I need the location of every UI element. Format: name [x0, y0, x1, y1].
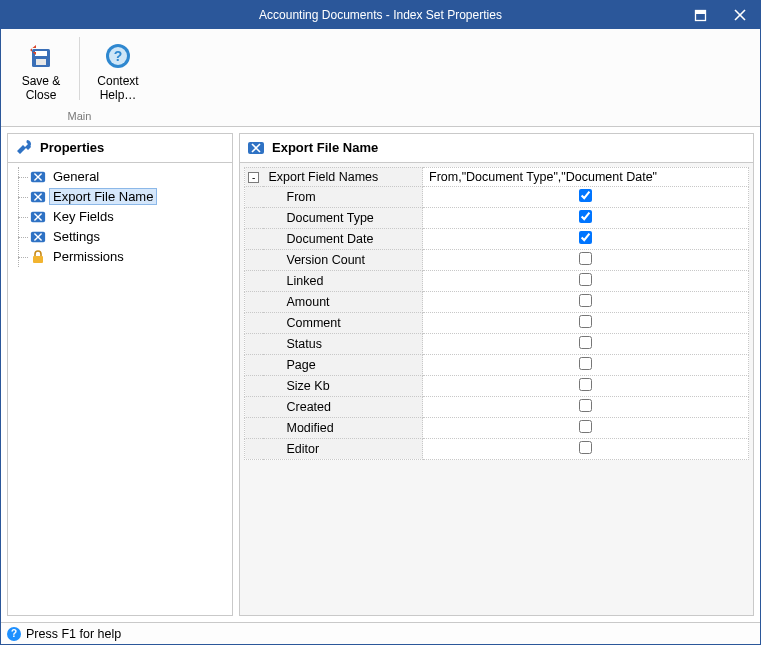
grid-field-name: Size Kb: [263, 375, 423, 396]
save-close-label-line1: Save &: [22, 75, 61, 89]
detail-header: Export File Name: [240, 134, 753, 163]
field-checkbox[interactable]: [579, 189, 592, 202]
grid-field-name: From: [263, 186, 423, 207]
grid-row: Amount: [245, 291, 749, 312]
grid-expand-spacer: [245, 186, 263, 207]
grid-field-value: [423, 333, 749, 354]
sidebar-item-label: General: [50, 169, 102, 184]
grid-field-name: Linked: [263, 270, 423, 291]
grid-field-value: [423, 438, 749, 459]
tag-icon: [30, 169, 46, 185]
sidebar-item-label: Key Fields: [50, 209, 117, 224]
grid-expand-spacer: [245, 438, 263, 459]
sidebar-item-label: Permissions: [50, 249, 127, 264]
field-checkbox[interactable]: [579, 231, 592, 244]
wrench-icon: [14, 138, 34, 158]
grid-field-value: [423, 291, 749, 312]
field-checkbox[interactable]: [579, 441, 592, 454]
field-checkbox[interactable]: [579, 336, 592, 349]
grid-field-value: [423, 396, 749, 417]
svg-rect-5: [35, 51, 47, 56]
field-checkbox[interactable]: [579, 420, 592, 433]
tag-icon: [30, 229, 46, 245]
field-checkbox[interactable]: [579, 399, 592, 412]
statusbar: ? Press F1 for help: [1, 622, 760, 644]
grid-field-value: [423, 228, 749, 249]
info-icon: ?: [7, 627, 21, 641]
grid-field-value: [423, 270, 749, 291]
field-checkbox[interactable]: [579, 273, 592, 286]
field-checkbox[interactable]: [579, 378, 592, 391]
sidebar-item-key-fields[interactable]: Key Fields: [18, 207, 230, 227]
grid-row: Size Kb: [245, 375, 749, 396]
grid-expand-spacer: [245, 312, 263, 333]
body: Properties GeneralExport File NameKey Fi…: [1, 127, 760, 622]
grid-expand-spacer: [245, 249, 263, 270]
field-checkbox[interactable]: [579, 252, 592, 265]
grid-field-name: Document Type: [263, 207, 423, 228]
maximize-icon[interactable]: [680, 1, 720, 29]
close-icon[interactable]: [720, 1, 760, 29]
context-help-label-line2: Help…: [100, 89, 137, 103]
save-close-button[interactable]: Save & Close: [11, 35, 71, 106]
sidebar-item-label: Settings: [50, 229, 103, 244]
grid-row: Version Count: [245, 249, 749, 270]
tag-icon: [246, 138, 266, 158]
grid-expand-spacer: [245, 396, 263, 417]
grid-field-value: [423, 354, 749, 375]
save-close-label-line2: Close: [26, 89, 57, 103]
field-checkbox[interactable]: [579, 210, 592, 223]
grid-row: Page: [245, 354, 749, 375]
grid-field-value: [423, 312, 749, 333]
sidebar-item-permissions[interactable]: Permissions: [18, 247, 230, 267]
grid-expand-spacer: [245, 417, 263, 438]
context-help-button[interactable]: ? Context Help…: [88, 35, 148, 106]
sidebar-item-settings[interactable]: Settings: [18, 227, 230, 247]
grid-field-name: Page: [263, 354, 423, 375]
detail-pane: Export File Name -Export Field NamesFrom…: [239, 133, 754, 616]
status-text: Press F1 for help: [26, 627, 121, 641]
grid-field-value: [423, 417, 749, 438]
svg-text:?: ?: [114, 48, 123, 64]
svg-rect-1: [695, 10, 705, 13]
grid-expand-spacer: [245, 291, 263, 312]
grid-expand-spacer: [245, 333, 263, 354]
grid-row: Editor: [245, 438, 749, 459]
grid-expand-spacer: [245, 354, 263, 375]
properties-tree: GeneralExport File NameKey FieldsSetting…: [8, 163, 232, 615]
grid-row: Document Date: [245, 228, 749, 249]
grid-field-name: Version Count: [263, 249, 423, 270]
properties-header: Properties: [8, 134, 232, 163]
grid-field-name: Document Date: [263, 228, 423, 249]
grid-row: Created: [245, 396, 749, 417]
grid-field-value: [423, 186, 749, 207]
grid-field-name: Amount: [263, 291, 423, 312]
grid-field-value: [423, 249, 749, 270]
svg-rect-6: [36, 59, 46, 65]
collapse-icon[interactable]: -: [248, 172, 259, 183]
grid-row: Document Type: [245, 207, 749, 228]
property-grid-wrap: -Export Field NamesFrom,"Document Type",…: [240, 163, 753, 464]
grid-row: From: [245, 186, 749, 207]
sidebar-item-label: Export File Name: [50, 189, 156, 204]
grid-field-name: Editor: [263, 438, 423, 459]
grid-root-name: Export Field Names: [263, 167, 423, 186]
window-controls: [680, 1, 760, 29]
properties-pane: Properties GeneralExport File NameKey Fi…: [7, 133, 233, 616]
sidebar-item-export-file-name[interactable]: Export File Name: [18, 187, 230, 207]
grid-row: Status: [245, 333, 749, 354]
tag-icon: [30, 189, 46, 205]
grid-root-value[interactable]: From,"Document Type","Document Date": [423, 167, 749, 186]
grid-field-name: Modified: [263, 417, 423, 438]
field-checkbox[interactable]: [579, 357, 592, 370]
field-checkbox[interactable]: [579, 315, 592, 328]
field-checkbox[interactable]: [579, 294, 592, 307]
ribbon: Save & Close ? Context Help… Main: [1, 29, 760, 127]
window-title: Accounting Documents - Index Set Propert…: [1, 8, 760, 22]
svg-rect-14: [33, 256, 43, 263]
properties-header-label: Properties: [40, 140, 104, 155]
ribbon-group-main: Save & Close ? Context Help… Main: [11, 35, 148, 124]
ribbon-separator: [79, 37, 80, 100]
grid-row: Linked: [245, 270, 749, 291]
sidebar-item-general[interactable]: General: [18, 167, 230, 187]
